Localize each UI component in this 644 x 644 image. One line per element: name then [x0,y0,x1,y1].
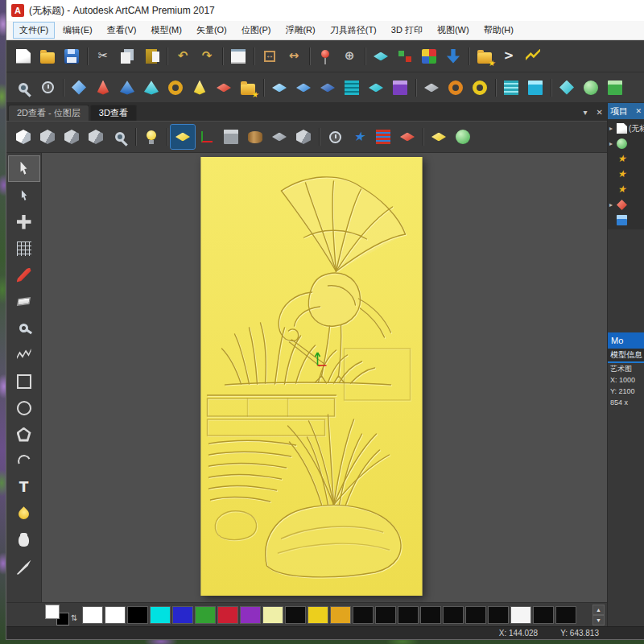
node-edit-tool[interactable] [9,183,39,208]
color-swatch[interactable] [555,606,576,624]
arc-tool[interactable] [9,448,39,473]
green-sphere-icon[interactable] [579,76,603,100]
puzzle-icon[interactable] [219,125,243,149]
color-swatch[interactable] [217,606,238,624]
erase-tool[interactable] [9,289,39,314]
color-swatch[interactable] [443,606,464,624]
menu-help[interactable]: 帮助(H) [477,22,520,39]
sculpt-tool[interactable] [9,555,39,580]
purple-cube-icon[interactable] [388,76,412,100]
menu-vector[interactable]: 矢量(O) [190,22,233,39]
wave-plane-icon[interactable] [364,76,388,100]
light-bulb-icon[interactable] [139,125,163,149]
tree-item-bitmaps[interactable]: ▸ [608,197,644,213]
text-tool[interactable]: T [9,475,39,500]
paste-icon[interactable] [139,44,163,68]
tree-item-relief[interactable]: ▸ [608,136,644,151]
expand-arrow-icon[interactable]: ▸ [609,125,615,132]
ellipse-tool[interactable] [9,395,39,420]
set-size-icon[interactable] [258,44,282,68]
color-swatch[interactable] [353,606,374,624]
transform-tool[interactable] [9,209,39,234]
draw-tool[interactable] [9,262,39,287]
measure-tool[interactable] [9,236,39,261]
cube-select-icon[interactable] [291,125,316,149]
red-wedge-icon[interactable] [212,76,236,100]
red-cap-icon[interactable] [91,76,115,100]
toolpath-sim-icon[interactable] [521,44,545,68]
view-front-icon[interactable] [35,125,60,149]
color-swatch[interactable] [510,606,531,624]
menu-file[interactable]: 文件(F) [13,22,55,39]
chevron-down-icon[interactable]: ▾ [584,108,588,117]
tree-item-star-3[interactable] [608,182,644,197]
color-swatch[interactable] [465,606,486,624]
primary-color-swatch[interactable] [45,605,60,619]
blue-star-icon[interactable] [347,125,371,149]
copy-icon[interactable] [115,44,139,68]
cyan-cube-icon[interactable] [523,76,547,100]
color-swatch[interactable] [398,606,419,624]
undo-icon[interactable]: ↶ [171,44,195,68]
color-swatch[interactable] [285,606,306,624]
export-arrow-icon[interactable]: > [497,44,521,68]
color-swatch[interactable] [150,606,171,624]
tab-2d-view[interactable]: 2D查看 - 位图层 [8,105,89,121]
color-swatch[interactable] [82,606,103,624]
layers-red-blue-icon[interactable] [371,125,395,149]
color-swatch[interactable] [330,606,351,624]
notes-icon[interactable] [226,44,250,68]
tree-item-star-1[interactable] [608,151,644,167]
set-position-icon[interactable]: ↔ [282,44,306,68]
relief-folder-icon[interactable] [236,76,260,100]
rectangle-tool[interactable] [9,369,39,394]
teal-pyramid-icon[interactable] [139,76,163,100]
swap-colors-icon[interactable]: ⇅ [71,613,77,622]
import-icon[interactable] [441,44,465,68]
menu-toolpath[interactable]: 刀具路径(T) [324,22,383,39]
select-tool[interactable] [9,156,39,181]
color-picker-tool[interactable] [9,316,39,341]
color-swatch[interactable] [262,606,283,624]
teal-stack-icon[interactable] [340,76,364,100]
color-swatch[interactable] [105,606,126,624]
menu-window[interactable]: 视图(W) [431,22,476,39]
expand-arrow-icon[interactable]: ▸ [609,140,615,147]
view-side-icon[interactable] [60,125,84,149]
node-edit-icon[interactable] [393,44,417,68]
red-diamond-icon[interactable] [395,125,419,149]
color-swatch[interactable] [127,606,148,624]
preview-clock-icon[interactable] [35,76,60,100]
new-file-icon[interactable] [11,44,35,68]
green-cube-icon[interactable] [603,76,627,100]
tree-item-star-2[interactable] [608,167,644,182]
color-swatch[interactable] [308,606,328,624]
fg-bg-color-selector[interactable] [45,605,69,625]
teal-diamond-small-icon[interactable] [555,76,579,100]
iso-view-icon[interactable] [11,125,35,149]
relief-plane-light-icon[interactable] [267,76,291,100]
tab-3d-view[interactable]: 3D查看 [90,105,137,121]
measure-circle-icon[interactable] [323,125,347,149]
zoom-fit-icon[interactable] [108,125,132,149]
blue-pyramid-icon[interactable] [115,76,139,100]
teal-layers-icon[interactable] [499,76,523,100]
cut-icon[interactable]: ✂ [91,44,115,68]
project-folder-icon[interactable] [473,44,497,68]
color-swatch[interactable] [195,606,216,624]
color-swatch[interactable] [240,606,261,624]
polyline-tool[interactable] [9,342,39,367]
gray-diamond-icon[interactable] [419,76,444,100]
color-swatch[interactable] [488,606,509,624]
yellow-donut-plus-icon[interactable] [468,76,492,100]
model-tab[interactable]: Mo [608,332,644,349]
expand-arrow-icon[interactable]: ▸ [609,201,615,208]
color-swatch[interactable] [420,606,441,624]
relief-plane-icon[interactable] [291,76,316,100]
axis-icon[interactable] [195,125,219,149]
cylinder-icon[interactable] [243,125,267,149]
waffle-icon[interactable] [163,76,188,100]
light-icon[interactable] [313,44,337,68]
snap-icon[interactable]: ⊕ [337,44,361,68]
color-swatch[interactable] [375,606,396,624]
